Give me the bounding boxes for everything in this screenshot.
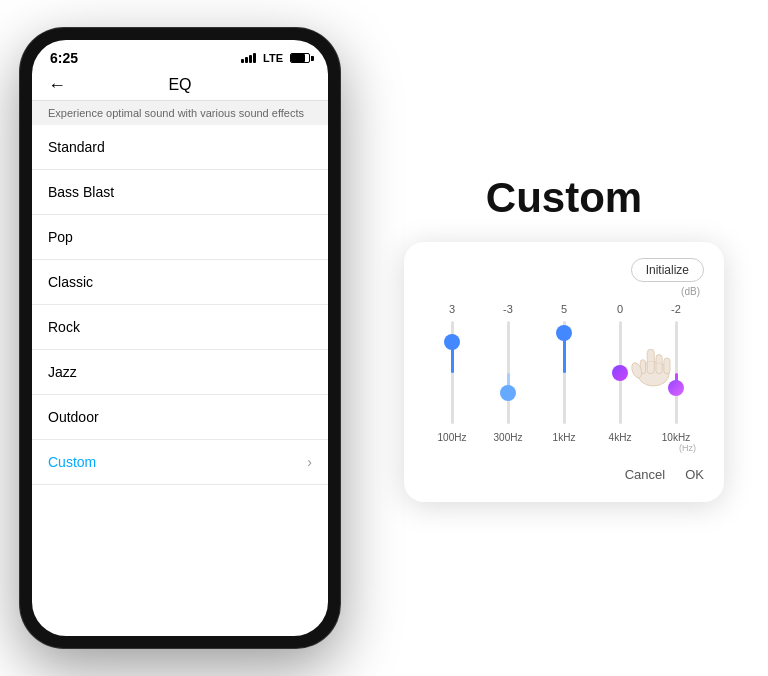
eq-dialog: Initialize (dB) 3 100Hz xyxy=(404,242,724,502)
slider-value-100hz: 3 xyxy=(449,303,455,315)
nav-bar: ← EQ xyxy=(32,70,328,101)
slider-value-300hz: -3 xyxy=(503,303,513,315)
sliders-container: 3 100Hz -3 300Hz xyxy=(424,303,704,443)
eq-item-label: Pop xyxy=(48,229,73,245)
back-button[interactable]: ← xyxy=(48,75,66,96)
slider-100hz: 3 100Hz xyxy=(424,303,480,443)
status-time: 6:25 xyxy=(50,50,78,66)
eq-item-custom[interactable]: Custom › xyxy=(32,440,328,485)
slider-value-10khz: -2 xyxy=(671,303,681,315)
slider-freq-1khz: 1kHz xyxy=(553,432,576,443)
nav-title: EQ xyxy=(168,76,191,94)
eq-item-rock[interactable]: Rock xyxy=(32,305,328,350)
eq-item-label: Classic xyxy=(48,274,93,290)
slider-thumb-100hz[interactable] xyxy=(444,334,460,350)
eq-item-label: Custom xyxy=(48,454,96,470)
slider-freq-4khz: 4kHz xyxy=(609,432,632,443)
eq-item-label: Jazz xyxy=(48,364,77,380)
status-icons: LTE xyxy=(241,52,310,64)
slider-track-10khz[interactable] xyxy=(675,321,678,424)
eq-list: Standard Bass Blast Pop Classic Rock Jaz… xyxy=(32,125,328,636)
phone-screen: 6:25 LTE ← EQ Experience optimal s xyxy=(32,40,328,636)
eq-item-label: Outdoor xyxy=(48,409,99,425)
eq-item-bass-blast[interactable]: Bass Blast xyxy=(32,170,328,215)
initialize-button[interactable]: Initialize xyxy=(631,258,704,282)
slider-300hz: -3 300Hz xyxy=(480,303,536,443)
scene: 6:25 LTE ← EQ Experience optimal s xyxy=(0,0,768,676)
right-panel: Custom Initialize (dB) 3 100Hz xyxy=(380,174,748,502)
slider-thumb-1khz[interactable] xyxy=(556,325,572,341)
slider-track-100hz[interactable] xyxy=(451,321,454,424)
slider-1khz: 5 1kHz xyxy=(536,303,592,443)
slider-track-4khz[interactable] xyxy=(619,321,622,424)
status-bar: 6:25 LTE xyxy=(32,40,328,70)
slider-thumb-300hz[interactable] xyxy=(500,385,516,401)
eq-item-pop[interactable]: Pop xyxy=(32,215,328,260)
battery-icon xyxy=(290,53,310,63)
phone-frame: 6:25 LTE ← EQ Experience optimal s xyxy=(20,28,340,648)
slider-freq-300hz: 300Hz xyxy=(494,432,523,443)
dialog-header: Initialize xyxy=(424,258,704,282)
slider-value-4khz: 0 xyxy=(617,303,623,315)
eq-item-standard[interactable]: Standard xyxy=(32,125,328,170)
slider-thumb-10khz[interactable] xyxy=(668,380,684,396)
signal-icon xyxy=(241,53,256,63)
slider-track-300hz[interactable] xyxy=(507,321,510,424)
lte-icon: LTE xyxy=(263,52,283,64)
eq-item-classic[interactable]: Classic xyxy=(32,260,328,305)
cancel-button[interactable]: Cancel xyxy=(625,467,665,482)
custom-heading: Custom xyxy=(486,174,642,222)
chevron-right-icon: › xyxy=(307,454,312,470)
subtitle-text: Experience optimal sound with various so… xyxy=(48,107,304,119)
slider-10khz: -2 10kHz xyxy=(648,303,704,443)
slider-4khz: 0 4kHz xyxy=(592,303,648,443)
slider-thumb-4khz[interactable] xyxy=(612,365,628,381)
eq-item-jazz[interactable]: Jazz xyxy=(32,350,328,395)
db-unit-label: (dB) xyxy=(424,286,704,297)
eq-item-outdoor[interactable]: Outdoor xyxy=(32,395,328,440)
subtitle-bar: Experience optimal sound with various so… xyxy=(32,101,328,125)
eq-item-label: Rock xyxy=(48,319,80,335)
eq-item-label: Standard xyxy=(48,139,105,155)
freq-unit-label: (Hz) xyxy=(424,443,704,453)
slider-freq-10khz: 10kHz xyxy=(662,432,690,443)
slider-track-1khz[interactable] xyxy=(563,321,566,424)
slider-value-1khz: 5 xyxy=(561,303,567,315)
slider-freq-100hz: 100Hz xyxy=(438,432,467,443)
dialog-footer: Cancel OK xyxy=(424,467,704,482)
eq-item-label: Bass Blast xyxy=(48,184,114,200)
ok-button[interactable]: OK xyxy=(685,467,704,482)
